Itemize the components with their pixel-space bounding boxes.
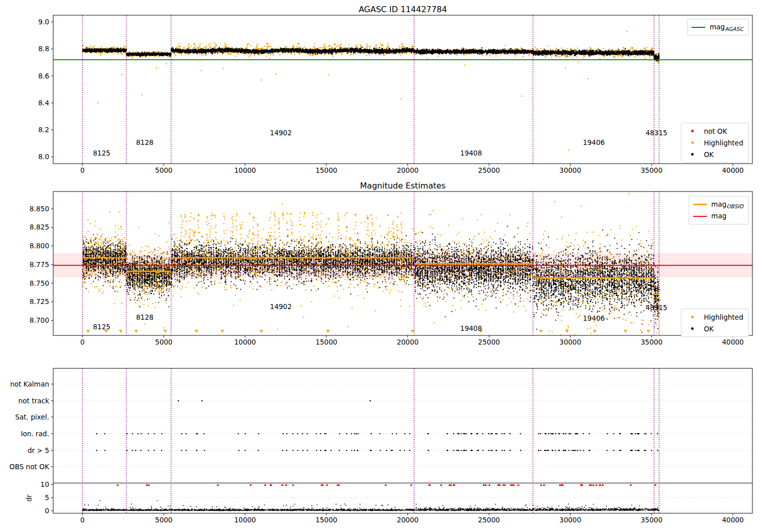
dr-trace-points (83, 501, 659, 511)
x-tick-label: 30000 (559, 338, 581, 346)
x-tick-label: 40000 (722, 516, 744, 524)
obsid-label: 14902 (270, 302, 292, 311)
x-tick-label: 5000 (155, 338, 172, 346)
legend-label: Highlighted (704, 139, 743, 147)
y-tick-label: 8.0 (39, 153, 49, 161)
legend-item-highlighted: Highlighted (686, 137, 743, 148)
x-tick-label: 20000 (397, 338, 419, 346)
dr-axis-label: dr (25, 494, 33, 502)
obsid-label: 8128 (136, 313, 154, 321)
clipped-below-marker (647, 330, 650, 333)
flag-category-label: Sat. pixel. (15, 413, 49, 421)
clipped-below-marker (195, 330, 198, 333)
flag-category-label: not track (18, 397, 49, 405)
x-tick-label: 15000 (316, 516, 337, 524)
clipped-below-marker (326, 330, 330, 333)
obsid-label: 19408 (460, 324, 482, 332)
clipped-below-marker (86, 330, 90, 333)
x-tick-label: 15000 (316, 166, 337, 174)
legend-item-ok: OK (686, 323, 743, 334)
dr-clipped-red-markers (117, 484, 657, 486)
flag-category-label: not Kalman (10, 380, 49, 388)
y-tick-label: 8.6 (39, 72, 49, 80)
legend-item-mag-obsid: magOBSID (693, 199, 743, 210)
x-tick-label: 15000 (316, 338, 337, 346)
legend-label: magOBSID (711, 200, 743, 209)
figure: 8125812814902194081940648315812581281490… (0, 0, 760, 532)
x-tick-label: 30000 (559, 516, 581, 524)
clipped-below-marker (119, 330, 123, 333)
dr-tick-label: 10 (41, 480, 49, 488)
legend-mag-lines: magOBSID mag (689, 196, 749, 224)
flag-category-label: dr > 5 (27, 446, 49, 454)
y-tick-label: 8.4 (39, 99, 49, 107)
dr-tick-label: 0 (45, 507, 49, 515)
top-ok-points (83, 48, 659, 61)
x-tick-label: 5000 (155, 166, 172, 174)
y-tick-label: 8.750 (29, 279, 49, 287)
top-highlighted-points (83, 31, 659, 150)
y-tick-label: 8.800 (29, 242, 49, 250)
clipped-below-marker (593, 330, 596, 333)
middle-chart-title: Magnitude Estimates (53, 181, 752, 191)
x-tick-label: 20000 (397, 166, 419, 174)
y-tick-label: 8.850 (29, 205, 49, 213)
legend-label: mag (711, 212, 727, 221)
red-line-swatch (693, 216, 707, 217)
obsid-label: 8125 (93, 149, 110, 157)
flag-category-label: Ion. rad. (21, 430, 49, 438)
legend-label: Highlighted (704, 313, 743, 321)
x-tick-label: 25000 (478, 166, 500, 174)
obsid-label: 8128 (136, 138, 154, 146)
black-dot-swatch (686, 327, 699, 330)
legend-label: magAGASC (710, 23, 743, 32)
dr-tick-label: 5 (45, 493, 49, 502)
legend-label: OK (704, 325, 713, 333)
legend-item-mag-agasc: magAGASC (692, 21, 743, 33)
legend-item-not-ok: not OK (686, 125, 743, 137)
y-tick-label: 8.8 (39, 45, 49, 53)
clipped-below-marker (164, 330, 167, 333)
y-tick-label: 8.775 (29, 260, 49, 269)
axes-border (53, 368, 752, 513)
x-tick-label: 35000 (641, 516, 663, 524)
obsid-label: 19406 (583, 314, 605, 322)
green-line-swatch (692, 27, 705, 28)
clipped-below-marker (565, 330, 569, 333)
legend-item-highlighted: Highlighted (686, 311, 743, 323)
axes-border (53, 15, 752, 164)
middle-ok-points (83, 226, 660, 332)
charts-svg: 8125812814902194081940648315812581281490… (0, 0, 760, 532)
obsid-label: 19408 (460, 149, 482, 157)
x-tick-label: 10000 (234, 166, 256, 174)
clipped-below-marker (624, 330, 627, 333)
x-tick-label: 40000 (722, 166, 744, 174)
flag-category-label: OBS not OK (10, 463, 50, 471)
obsid-label: 48315 (645, 303, 667, 312)
clipped-below-marker (134, 330, 138, 333)
legend-item-mag: mag (693, 210, 743, 222)
legend-mag-agasc: magAGASC (687, 19, 749, 35)
obsid-label: 19406 (583, 138, 605, 146)
x-tick-label: 35000 (641, 166, 663, 174)
x-tick-label: 40000 (722, 338, 744, 346)
x-tick-label: 20000 (397, 516, 419, 524)
orange-line-swatch (693, 204, 707, 205)
y-tick-label: 8.2 (39, 126, 49, 134)
x-tick-label: 25000 (478, 516, 500, 524)
y-tick-label: 8.700 (29, 316, 49, 324)
black-dot-swatch (686, 153, 699, 156)
orange-dot-swatch (686, 316, 699, 318)
legend-middle-points: Highlighted OK (681, 309, 749, 337)
obsid-label: 14902 (270, 129, 292, 137)
x-tick-label: 0 (80, 516, 85, 524)
legend-label: OK (704, 150, 713, 159)
y-tick-label: 8.825 (29, 223, 49, 231)
clipped-below-marker (259, 330, 263, 333)
x-tick-label: 10000 (234, 338, 256, 346)
red-dot-swatch (686, 130, 699, 132)
legend-label: not OK (704, 127, 727, 135)
legend-top-points: not OK Highlighted OK (681, 123, 749, 163)
y-tick-label: 8.725 (29, 297, 49, 306)
x-tick-label: 25000 (478, 338, 500, 346)
